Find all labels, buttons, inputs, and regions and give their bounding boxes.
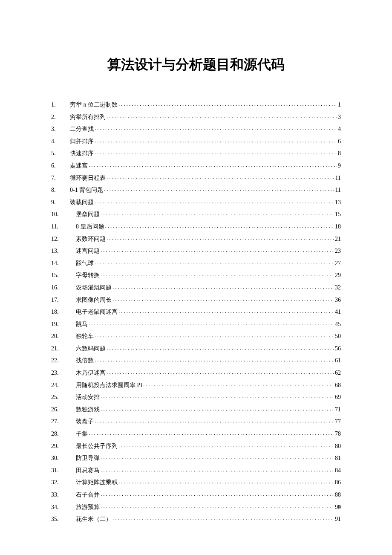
toc-label-wrap: 活动安排69 (70, 393, 341, 400)
toc-row: 13.迷宫问题23 (51, 247, 341, 254)
toc-label: 循环赛日程表 (70, 175, 106, 181)
toc-label-wrap: 循环赛日程表11 (70, 174, 341, 181)
toc-row: 14.踩气球27 (51, 259, 341, 266)
toc-number: 29. (51, 443, 70, 449)
toc-number: 31. (51, 468, 70, 474)
toc-number: 6. (51, 163, 70, 169)
toc-row: 33.石子合并88 (51, 491, 341, 498)
toc-number: 12. (51, 236, 70, 242)
toc-label-wrap: 子集78 (70, 430, 341, 437)
toc-page: 91 (335, 516, 341, 522)
toc-row: 18.电子老鼠闯迷宫41 (51, 308, 341, 315)
toc-label-wrap: 穷举 n 位二进制数1 (70, 101, 341, 108)
toc-number: 5. (51, 150, 70, 156)
toc-label: 独轮车 (76, 333, 94, 339)
toc-leader-dots (101, 271, 334, 277)
toc-label: 二分查找 (70, 126, 94, 132)
toc-label: 六数码问题 (76, 346, 106, 352)
toc-label-wrap: 找倍数61 (70, 356, 341, 364)
toc-page: 18 (335, 224, 341, 230)
document-page: 算法设计与分析题目和源代码 1.穷举 n 位二进制数12.穷举所有排列33.二分… (0, 0, 392, 522)
toc-label-wrap: 农场灌溉问题32 (70, 283, 341, 291)
toc-page: 4 (338, 126, 341, 132)
toc-page: 56 (335, 346, 341, 352)
toc-label-wrap: 木乃伊迷宫62 (70, 369, 341, 376)
toc-number: 3. (51, 126, 70, 132)
toc-label-wrap: 花生米（二）91 (70, 515, 341, 522)
table-of-contents: 1.穷举 n 位二进制数12.穷举所有排列33.二分查找44.归并排序65.快速… (51, 101, 341, 522)
toc-label: 字母转换 (76, 272, 100, 278)
toc-number: 32. (51, 480, 70, 486)
toc-leader-dots (118, 478, 334, 484)
toc-leader-dots (101, 393, 334, 399)
toc-label-wrap: 字母转换29 (70, 271, 341, 278)
toc-page: 80 (335, 443, 341, 449)
toc-label-wrap: 防卫导弹81 (70, 454, 341, 461)
toc-row: 30.防卫导弹81 (51, 454, 341, 461)
toc-row: 11.8 皇后问题18 (51, 223, 341, 230)
toc-label-wrap: 堡垒问题15 (70, 210, 341, 217)
toc-number: 22. (51, 358, 70, 364)
toc-label-wrap: 独轮车50 (70, 332, 341, 339)
toc-page: 84 (335, 468, 341, 474)
toc-row: 26.数独游戏71 (51, 405, 341, 413)
toc-leader-dots (95, 332, 334, 338)
toc-label: 田忌赛马 (76, 468, 100, 474)
toc-row: 34.旅游预算90 (51, 503, 341, 510)
toc-label-wrap: 0-1 背包问题 11 (70, 186, 341, 193)
toc-row: 29.最长公共子序列80 (51, 442, 341, 449)
toc-number: 1. (51, 102, 70, 108)
toc-page: 69 (335, 394, 341, 400)
toc-label: 最长公共子序列 (76, 443, 118, 449)
toc-row: 22.找倍数61 (51, 356, 341, 364)
toc-label: 快速排序 (70, 150, 94, 156)
toc-number: 19. (51, 321, 70, 327)
toc-number: 16. (51, 285, 70, 291)
toc-label-wrap: 素数环问题21 (70, 235, 341, 242)
toc-leader-dots (95, 356, 334, 362)
toc-leader-dots (107, 344, 334, 350)
toc-page: 21 (335, 236, 341, 242)
toc-leader-dots (101, 466, 334, 472)
toc-leader-dots (95, 137, 337, 143)
toc-row: 2.穷举所有排列3 (51, 113, 341, 120)
toc-label-wrap: 二分查找4 (70, 125, 341, 132)
toc-label-wrap: 走迷宫9 (70, 162, 341, 169)
toc-page: 1 (338, 102, 341, 108)
toc-page: 88 (335, 492, 341, 498)
toc-leader-dots (118, 308, 334, 314)
toc-row: 6.走迷宫9 (51, 162, 341, 169)
toc-row: 7.循环赛日程表11 (51, 174, 341, 181)
toc-page: 3 (338, 114, 341, 120)
toc-row: 3.二分查找4 (51, 125, 341, 132)
toc-label: 木乃伊迷宫 (76, 370, 106, 376)
toc-page: 27 (335, 260, 341, 266)
toc-page: 23 (335, 248, 341, 254)
toc-page: 71 (335, 407, 341, 413)
toc-number: 15. (51, 272, 70, 278)
toc-number: 11. (51, 224, 70, 230)
toc-number: 10. (51, 211, 70, 217)
toc-label: 找倍数 (76, 358, 94, 364)
toc-label-wrap: 六数码问题56 (70, 344, 341, 352)
toc-label-wrap: 归并排序6 (70, 137, 341, 145)
toc-page: 68 (335, 382, 341, 388)
toc-number: 20. (51, 333, 70, 339)
toc-label: 穷举所有排列 (70, 114, 106, 120)
toc-number: 2. (51, 114, 70, 120)
toc-label: 旅游预算 (76, 504, 100, 510)
toc-page: 41 (335, 309, 341, 315)
toc-label-wrap: 快速排序8 (70, 149, 341, 156)
toc-number: 24. (51, 382, 70, 388)
toc-number: 28. (51, 431, 70, 437)
toc-page: 50 (335, 333, 341, 339)
toc-page: 11 (335, 175, 341, 181)
toc-row: 19.跳马45 (51, 320, 341, 327)
toc-label: 子集 (76, 431, 88, 437)
toc-leader-dots (112, 296, 334, 302)
toc-label-wrap: 石子合并88 (70, 491, 341, 498)
toc-leader-dots (101, 210, 334, 216)
toc-row: 21.六数码问题56 (51, 344, 341, 352)
toc-leader-dots (101, 491, 334, 497)
toc-number: 35. (51, 516, 70, 522)
